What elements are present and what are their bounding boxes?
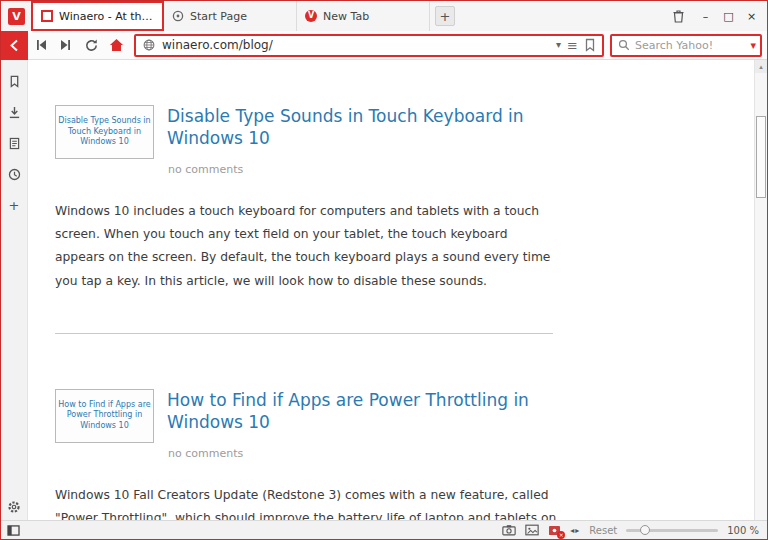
window-controls: – □ × <box>694 5 763 27</box>
post-title-link[interactable]: How to Find if Apps are Power Throttling… <box>167 389 562 433</box>
search-icon <box>618 39 630 51</box>
post-header-row: How to Find if Apps are Power Throttling… <box>55 389 712 460</box>
post-comments[interactable]: no comments <box>168 447 562 460</box>
navigation-bar: ▾ ≡ ▾ <box>1 31 767 60</box>
tab-tiling-icon[interactable]: ◂▸ <box>570 526 580 535</box>
post-thumbnail-text: How to Find if Apps are Power Throttling… <box>58 400 151 431</box>
url-dropdown-icon[interactable]: ▾ <box>556 40 561 50</box>
vivaldi-menu-button[interactable]: V <box>8 8 25 25</box>
titlebar-right: – □ × <box>666 5 763 27</box>
tab-label: Winaero - At the edge of tw <box>59 10 154 23</box>
post-header-row: Disable Type Sounds in Touch Keyboard in… <box>55 105 712 176</box>
blog-post: How to Find if Apps are Power Throttling… <box>55 334 712 520</box>
history-panel-icon[interactable] <box>6 166 22 182</box>
browser-window: V Winaero - At the edge of tw Start Page… <box>0 0 768 540</box>
search-engine-dropdown-icon[interactable]: ▾ <box>750 39 756 52</box>
panel-sidebar: + <box>1 60 28 520</box>
home-button[interactable] <box>104 33 128 57</box>
reader-view-icon[interactable]: ≡ <box>567 39 578 52</box>
status-bar-right: × ◂▸ Reset 100 % <box>502 524 759 536</box>
maximize-button[interactable]: □ <box>717 5 740 27</box>
address-bar[interactable]: ▾ ≡ <box>134 34 604 57</box>
post-thumbnail[interactable]: How to Find if Apps are Power Throttling… <box>55 389 154 443</box>
tab-winaero[interactable]: Winaero - At the edge of tw <box>31 1 164 31</box>
post-meta: How to Find if Apps are Power Throttling… <box>167 389 562 460</box>
close-button[interactable]: × <box>740 5 763 27</box>
new-tab-button[interactable]: + <box>435 6 455 26</box>
add-panel-icon[interactable]: + <box>6 197 22 213</box>
notes-panel-icon[interactable] <box>6 135 22 151</box>
scrollbar-thumb[interactable] <box>756 116 766 198</box>
panel-toggle-icon[interactable] <box>7 525 20 536</box>
start-page-favicon-icon <box>172 10 184 22</box>
search-field[interactable]: ▾ <box>610 34 762 57</box>
bookmarks-panel-icon[interactable] <box>6 73 22 89</box>
post-excerpt: Windows 10 includes a touch keyboard for… <box>55 200 560 292</box>
rewind-button[interactable] <box>29 33 53 57</box>
zoom-slider-thumb[interactable] <box>640 525 650 535</box>
capture-page-icon[interactable] <box>502 524 516 536</box>
main-area: + Disable Type Sounds in Touch Keyboard … <box>1 60 767 520</box>
web-page-content: Disable Type Sounds in Touch Keyboard in… <box>28 60 767 520</box>
blog-list: Disable Type Sounds in Touch Keyboard in… <box>28 60 767 520</box>
search-input[interactable] <box>635 39 745 52</box>
tab-strip: Winaero - At the edge of tw Start Page V… <box>31 1 430 31</box>
winaero-favicon-icon <box>41 10 53 22</box>
trash-closed-tabs-icon[interactable] <box>666 5 690 27</box>
vivaldi-favicon-icon: V <box>305 10 317 22</box>
reload-button[interactable] <box>79 33 103 57</box>
post-excerpt: Windows 10 Fall Creators Update (Redston… <box>55 484 560 520</box>
post-comments[interactable]: no comments <box>168 163 562 176</box>
tab-label: New Tab <box>323 10 421 23</box>
post-thumbnail[interactable]: Disable Type Sounds in Touch Keyboard in… <box>55 105 154 159</box>
post-title-link[interactable]: Disable Type Sounds in Touch Keyboard in… <box>167 105 562 149</box>
zoom-reset-button[interactable]: Reset <box>589 525 617 536</box>
bookmark-icon[interactable] <box>584 38 596 52</box>
tab-new-tab[interactable]: V New Tab <box>297 1 430 31</box>
blocked-content-icon[interactable]: × <box>548 525 561 536</box>
vertical-scrollbar[interactable]: ▴ <box>754 60 767 520</box>
scroll-up-button[interactable]: ▴ <box>755 60 767 73</box>
minimize-button[interactable]: – <box>694 5 717 27</box>
toggle-images-icon[interactable] <box>525 524 539 536</box>
status-bar: × ◂▸ Reset 100 % <box>1 520 767 539</box>
tab-start-page[interactable]: Start Page <box>164 1 297 31</box>
post-meta: Disable Type Sounds in Touch Keyboard in… <box>167 105 562 176</box>
back-chevron-icon <box>9 39 20 52</box>
zoom-level: 100 % <box>727 525 759 536</box>
downloads-panel-icon[interactable] <box>6 104 22 120</box>
tab-label: Start Page <box>190 10 288 23</box>
back-button[interactable] <box>1 31 28 60</box>
blocked-badge-icon: × <box>557 531 565 539</box>
titlebar: V Winaero - At the edge of tw Start Page… <box>1 1 767 31</box>
zoom-slider[interactable] <box>626 529 718 532</box>
fast-forward-button[interactable] <box>54 33 78 57</box>
post-thumbnail-text: Disable Type Sounds in Touch Keyboard in… <box>58 116 151 147</box>
globe-icon <box>142 38 156 52</box>
settings-gear-icon[interactable] <box>6 499 22 515</box>
url-input[interactable] <box>162 38 550 52</box>
blog-post: Disable Type Sounds in Touch Keyboard in… <box>55 60 712 334</box>
